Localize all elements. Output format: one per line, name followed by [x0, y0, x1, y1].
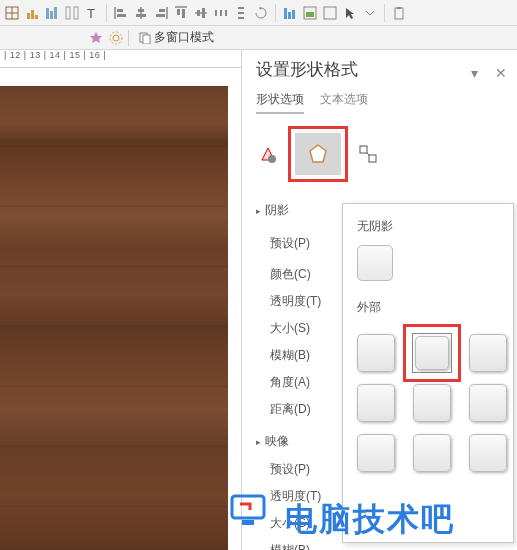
size-properties-icon[interactable]: [356, 142, 380, 166]
flyout-outer-label: 外部: [351, 281, 505, 326]
svg-rect-19: [159, 9, 165, 12]
fill-outline-icon[interactable]: [256, 142, 280, 166]
separator: [384, 4, 385, 22]
svg-rect-30: [238, 7, 244, 9]
separator: [128, 30, 129, 46]
pane-header: 设置形状格式 ▾ ✕: [242, 50, 517, 85]
pane-close-icon[interactable]: ✕: [495, 65, 505, 75]
svg-rect-27: [215, 10, 217, 16]
preset-label: 预设(P): [270, 235, 310, 252]
preset2-label: 预设(P): [270, 461, 310, 478]
svg-rect-49: [242, 520, 254, 525]
shadow-option[interactable]: [357, 384, 395, 422]
svg-rect-28: [220, 10, 222, 16]
effects-icon-highlight: [288, 126, 348, 182]
effects-icon[interactable]: [295, 133, 341, 175]
size-label: 大小(S): [270, 320, 310, 337]
svg-point-41: [113, 35, 119, 41]
svg-rect-33: [284, 8, 287, 19]
svg-point-42: [110, 32, 122, 44]
chart-bar2-icon[interactable]: [282, 5, 298, 21]
svg-point-45: [268, 155, 276, 163]
color-label: 颜色(C): [270, 266, 311, 283]
text-tool-icon[interactable]: T: [84, 5, 100, 21]
slide-content-image[interactable]: [0, 86, 228, 550]
svg-rect-46: [360, 146, 367, 153]
align-top-icon[interactable]: [173, 5, 189, 21]
chart-bar-icon[interactable]: [24, 5, 40, 21]
clipboard-icon[interactable]: [391, 5, 407, 21]
svg-rect-13: [117, 9, 123, 12]
svg-rect-39: [395, 8, 403, 19]
svg-rect-8: [54, 7, 57, 19]
shadow-option-selected[interactable]: [415, 336, 449, 370]
slide-pane: | 12 | 13 | 14 | 15 | 16 |: [0, 50, 241, 550]
svg-rect-6: [46, 8, 49, 19]
shadow-option[interactable]: [469, 434, 507, 472]
blur2-label: 模糊(B): [270, 542, 310, 550]
gear-icon[interactable]: [108, 30, 124, 46]
svg-rect-17: [136, 14, 146, 17]
svg-rect-47: [369, 155, 376, 162]
option-icon-row: [242, 122, 517, 194]
shadow-option[interactable]: [357, 334, 395, 372]
main-toolbar: T: [0, 0, 517, 26]
secondary-toolbar: 多窗口模式: [0, 26, 517, 50]
svg-rect-14: [117, 14, 126, 17]
pointer-icon[interactable]: [342, 5, 358, 21]
svg-rect-38: [324, 7, 336, 19]
multiwindow-button[interactable]: 多窗口模式: [133, 27, 220, 48]
svg-rect-32: [238, 17, 244, 19]
transparency-label: 透明度(T): [270, 293, 321, 310]
shadow-option[interactable]: [469, 384, 507, 422]
svg-rect-7: [50, 11, 53, 19]
svg-rect-48: [232, 496, 264, 518]
svg-rect-26: [202, 8, 205, 18]
chart-col-icon[interactable]: [44, 5, 60, 21]
align-left-icon[interactable]: [113, 5, 129, 21]
svg-rect-10: [74, 7, 78, 19]
rotate-icon[interactable]: [253, 5, 269, 21]
shadow-option-highlight: [403, 324, 461, 382]
watermark-text: 电脑技术吧: [226, 490, 455, 542]
svg-rect-9: [66, 7, 70, 19]
dropdown-icon[interactable]: [362, 5, 378, 21]
svg-rect-40: [397, 7, 401, 9]
align-middle-icon[interactable]: [193, 5, 209, 21]
distribute-v-icon[interactable]: [233, 5, 249, 21]
angle-label: 角度(A): [270, 374, 310, 391]
star-icon[interactable]: [88, 30, 104, 46]
shadow-none-option[interactable]: [357, 245, 393, 281]
align-right-icon[interactable]: [153, 5, 169, 21]
svg-rect-16: [138, 9, 144, 12]
svg-rect-4: [31, 10, 34, 19]
tab-shape-options[interactable]: 形状选项: [256, 91, 304, 114]
align-center-icon[interactable]: [133, 5, 149, 21]
multiwindow-label: 多窗口模式: [154, 29, 214, 46]
svg-rect-5: [35, 15, 38, 19]
svg-rect-29: [225, 10, 227, 16]
distribute-h-icon[interactable]: [213, 5, 229, 21]
svg-rect-20: [156, 14, 165, 17]
chart-line-icon[interactable]: [64, 5, 80, 21]
separator: [106, 4, 107, 22]
pane-menu-icon[interactable]: ▾: [471, 65, 481, 75]
shadow-option[interactable]: [357, 434, 395, 472]
pane-title: 设置形状格式: [256, 58, 358, 81]
pane-tabs: 形状选项 文本选项: [242, 85, 517, 122]
shadow-outer-grid: [351, 326, 505, 480]
blur-label: 模糊(B): [270, 347, 310, 364]
svg-rect-23: [182, 9, 185, 18]
svg-rect-3: [27, 13, 30, 19]
distance-label: 距离(D): [270, 401, 311, 418]
chart-area-icon[interactable]: [302, 5, 318, 21]
separator: [275, 4, 276, 22]
shadow-option[interactable]: [413, 434, 451, 472]
table-icon[interactable]: [4, 5, 20, 21]
chart-combo-icon[interactable]: [322, 5, 338, 21]
horizontal-ruler: | 12 | 13 | 14 | 15 | 16 |: [0, 50, 241, 68]
shadow-option[interactable]: [413, 384, 451, 422]
tab-text-options[interactable]: 文本选项: [320, 91, 368, 114]
shadow-option[interactable]: [469, 334, 507, 372]
svg-rect-25: [197, 10, 200, 16]
